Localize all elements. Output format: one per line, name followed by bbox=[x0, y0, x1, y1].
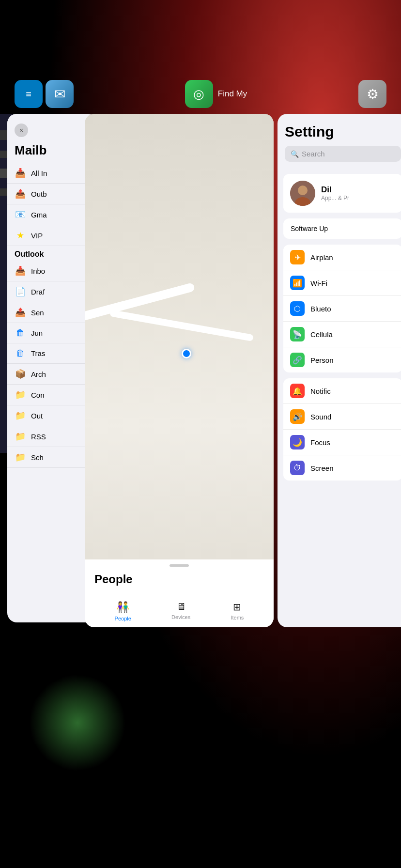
mail-item-outbox[interactable]: 📤 Outb bbox=[7, 184, 97, 204]
people-tab-label: People bbox=[115, 616, 131, 621]
window-settings[interactable]: Setting 🔍 Search Dil App... bbox=[278, 114, 401, 627]
findmy-tab-people[interactable]: 👫 People bbox=[115, 601, 131, 621]
mail-section-outlook: Outlook bbox=[7, 246, 97, 261]
mail-item-rss[interactable]: 📁 RSS bbox=[7, 426, 97, 447]
mail-label-outlook2: Out bbox=[31, 412, 43, 420]
all-inbox-icon: 📥 bbox=[15, 168, 26, 178]
map-view[interactable] bbox=[85, 114, 274, 559]
mail-label-drafts: Draf bbox=[31, 288, 45, 296]
mail-item-sent[interactable]: 📤 Sen bbox=[7, 302, 97, 323]
software-update-label: Software Up bbox=[291, 225, 328, 232]
trello-app-icon[interactable]: ≡ bbox=[15, 80, 43, 108]
airplane-label: Airplan bbox=[310, 253, 333, 262]
outbox-icon: 📤 bbox=[15, 188, 26, 199]
findmy-icon: ◎ bbox=[193, 87, 204, 102]
settings-profile[interactable]: Dil App... & Pr bbox=[283, 174, 401, 213]
mail-item-vip[interactable]: ★ VIP bbox=[7, 225, 97, 246]
mail-label-rss: RSS bbox=[31, 433, 46, 441]
airplane-icon: ✈ bbox=[290, 250, 305, 264]
settings-item-airplane[interactable]: ✈ Airplan bbox=[283, 245, 401, 270]
findmy-drag-handle[interactable] bbox=[170, 564, 189, 567]
mail-item-label-3: Gma bbox=[31, 211, 47, 219]
mail-label-conv: Con bbox=[31, 391, 45, 399]
items-tab-icon: ⊞ bbox=[233, 601, 241, 613]
profile-sub: App... & Pr bbox=[321, 195, 349, 202]
mail-item-drafts[interactable]: 📄 Draf bbox=[7, 281, 97, 302]
settings-item-wifi[interactable]: 📶 Wi-Fi bbox=[283, 270, 401, 296]
settings-item-personal-hotspot[interactable]: 🔗 Person bbox=[283, 347, 401, 372]
settings-item-cellular[interactable]: 📡 Cellula bbox=[283, 322, 401, 347]
bluetooth-icon: ⬡ bbox=[290, 301, 305, 316]
notifications-label: Notific bbox=[310, 387, 331, 395]
mail-item-outlook2[interactable]: 📁 Out bbox=[7, 405, 97, 426]
top-app-icons-row: ≡ ✉ ◎ Find My ⚙ bbox=[0, 80, 401, 108]
hotspot-icon: 🔗 bbox=[290, 353, 305, 367]
profile-avatar bbox=[290, 181, 315, 206]
findmy-tab-items[interactable]: ⊞ Items bbox=[231, 601, 244, 621]
wifi-label: Wi-Fi bbox=[310, 279, 327, 287]
settings-notifications-group: 🔔 Notific 🔊 Sound 🌙 Focus ⏱ Screen bbox=[283, 378, 401, 480]
outlook2-icon: 📁 bbox=[15, 410, 26, 421]
settings-network-group: ✈ Airplan 📶 Wi-Fi ⬡ Blueto 📡 Cellula 🔗 bbox=[283, 245, 401, 372]
findmy-icon-group: ◎ Find My bbox=[185, 80, 247, 108]
search-icon: 🔍 bbox=[291, 150, 299, 158]
findmy-app-icon[interactable]: ◎ bbox=[185, 80, 213, 108]
profile-info: Dil App... & Pr bbox=[321, 185, 349, 202]
svg-point-1 bbox=[298, 186, 308, 195]
mail-icon: ✉ bbox=[54, 86, 65, 102]
mail-item-allinbox[interactable]: 📥 All In bbox=[7, 163, 97, 184]
cellular-label: Cellula bbox=[310, 330, 333, 339]
profile-name: Dil bbox=[321, 185, 349, 195]
mail-item-junk[interactable]: 🗑 Jun bbox=[7, 323, 97, 343]
mail-item-gmail[interactable]: 📧 Gma bbox=[7, 204, 97, 225]
hotspot-label: Person bbox=[310, 356, 334, 364]
avatar-svg bbox=[290, 181, 315, 206]
mail-item-inbox[interactable]: 📥 Inbo bbox=[7, 261, 97, 281]
people-tab-icon: 👫 bbox=[116, 601, 129, 614]
screentime-label: Screen bbox=[310, 464, 334, 472]
software-update-item[interactable]: Software Up bbox=[283, 218, 401, 239]
mail-item-conversations[interactable]: 📁 Con bbox=[7, 385, 97, 405]
notifications-icon: 🔔 bbox=[290, 384, 305, 398]
focus-label: Focus bbox=[310, 438, 330, 447]
mail-close-button[interactable]: × bbox=[15, 124, 28, 137]
devices-tab-icon: 🖥 bbox=[176, 601, 186, 612]
mail-item-archive[interactable]: 📦 Arch bbox=[7, 364, 97, 385]
mail-item-label-2: Outb bbox=[31, 190, 47, 198]
settings-header: Setting 🔍 Search bbox=[278, 114, 401, 174]
settings-app-icon[interactable]: ⚙ bbox=[358, 80, 386, 108]
window-findmy[interactable]: People 👫 People 🖥 Devices ⊞ Items bbox=[85, 114, 274, 627]
mail-app-icon[interactable]: ✉ bbox=[46, 80, 74, 108]
mail-label-inbox: Inbo bbox=[31, 267, 45, 275]
settings-item-focus[interactable]: 🌙 Focus bbox=[283, 430, 401, 455]
mail-label-archive: Arch bbox=[31, 370, 46, 378]
mail-item-scheduled[interactable]: 📁 Sch bbox=[7, 447, 97, 468]
findmy-tab-devices[interactable]: 🖥 Devices bbox=[171, 601, 190, 621]
scheduled-icon: 📁 bbox=[15, 452, 26, 463]
mail-item-trash[interactable]: 🗑 Tras bbox=[7, 343, 97, 364]
search-placeholder: Search bbox=[302, 150, 325, 158]
window-mail[interactable]: × Mailb 📥 All In 📤 Outb 📧 Gma ★ VIP Outl… bbox=[7, 114, 97, 622]
screentime-icon: ⏱ bbox=[290, 461, 305, 475]
sound-label: Sound bbox=[310, 413, 331, 421]
settings-item-bluetooth[interactable]: ⬡ Blueto bbox=[283, 296, 401, 322]
settings-item-screentime[interactable]: ⏱ Screen bbox=[283, 455, 401, 480]
gmail-icon: 📧 bbox=[15, 209, 26, 220]
mail-label-sent: Sen bbox=[31, 309, 44, 317]
wifi-icon: 📶 bbox=[290, 276, 305, 290]
conv-icon: 📁 bbox=[15, 389, 26, 400]
settings-title: Setting bbox=[285, 124, 401, 140]
mail-label-junk: Jun bbox=[31, 329, 43, 337]
settings-search-bar[interactable]: 🔍 Search bbox=[285, 146, 401, 162]
mail-title: Mailb bbox=[15, 143, 90, 158]
sent-icon: 📤 bbox=[15, 307, 26, 318]
mail-label-sch: Sch bbox=[31, 453, 44, 462]
left-icon-group: ≡ ✉ bbox=[15, 80, 74, 108]
cellular-icon: 📡 bbox=[290, 327, 305, 341]
settings-item-sound[interactable]: 🔊 Sound bbox=[283, 404, 401, 430]
focus-icon: 🌙 bbox=[290, 435, 305, 450]
mail-item-label: All In bbox=[31, 169, 47, 177]
drafts-icon: 📄 bbox=[15, 286, 26, 297]
settings-item-notifications[interactable]: 🔔 Notific bbox=[283, 378, 401, 404]
bluetooth-label: Blueto bbox=[310, 305, 331, 313]
